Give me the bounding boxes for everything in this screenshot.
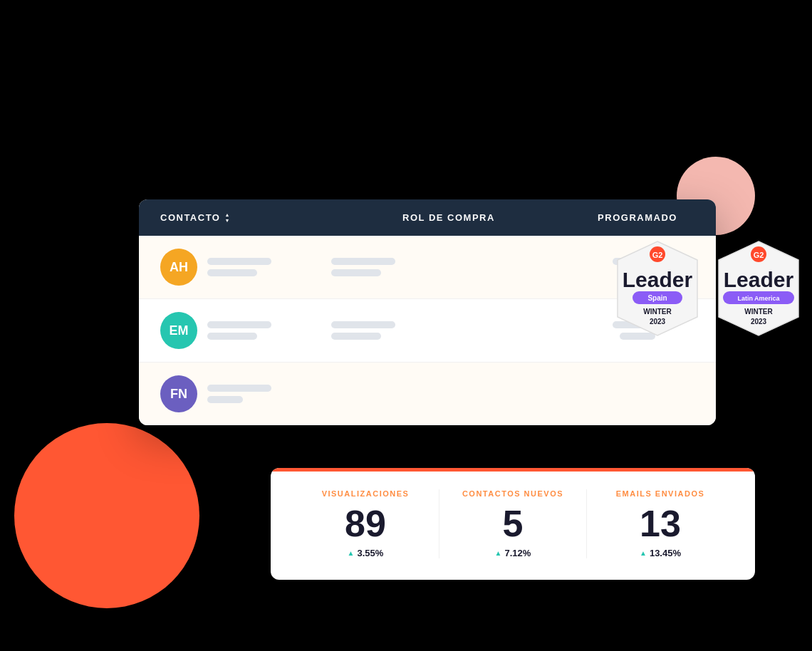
stat-label: EMAILS ENVIADOS	[616, 489, 705, 498]
stat-value: 5	[503, 505, 524, 542]
row-rol	[317, 321, 581, 340]
table-row: FN	[139, 363, 716, 425]
svg-text:Leader: Leader	[623, 268, 693, 291]
trend-percent: 7.12%	[505, 548, 531, 558]
avatar: FN	[160, 375, 197, 412]
skeleton-rol-1	[331, 321, 395, 328]
svg-text:WINTER: WINTER	[643, 308, 672, 316]
avatar-initials: EM	[170, 323, 189, 338]
badge-shape-latam: G2 Leader Latin America WINTER 2023	[716, 239, 801, 338]
stat-emails: EMAILS ENVIADOS 13 ▲ 13.45%	[587, 489, 734, 558]
svg-text:2023: 2023	[751, 318, 767, 326]
svg-text:Spain: Spain	[647, 294, 667, 302]
avatar: EM	[160, 312, 197, 349]
skeleton-rol-2	[331, 269, 381, 276]
trend-up-icon: ▲	[348, 549, 355, 557]
header-rol: ROL DE COMPRA	[317, 212, 581, 223]
stat-value: 13	[640, 505, 681, 542]
badges-container: G2 Leader Spain WINTER 2023 G2 Leader	[611, 239, 805, 338]
stats-content: VISUALIZACIONES 89 ▲ 3.55% CONTACTOS NUE…	[271, 472, 755, 580]
badge-shape-spain: G2 Leader Spain WINTER 2023	[615, 239, 700, 338]
row-rol	[317, 258, 581, 276]
rol-label: ROL DE COMPRA	[402, 212, 495, 223]
svg-text:2023: 2023	[650, 318, 666, 326]
trend-up-icon: ▲	[495, 549, 502, 557]
stat-trend: ▲ 13.45%	[640, 548, 681, 558]
stat-trend: ▲ 7.12%	[495, 548, 531, 558]
avatar-initials: FN	[170, 387, 187, 402]
row-contact: EM	[160, 312, 317, 349]
skeleton-name	[207, 385, 271, 392]
skeleton-rol-2	[331, 333, 381, 340]
scene: CONTACTO ROL DE COMPRA PROGRAMADO AH	[0, 0, 812, 651]
stat-trend: ▲ 3.55%	[348, 548, 384, 558]
skeleton-detail	[207, 333, 257, 340]
contacto-label: CONTACTO	[160, 212, 220, 223]
badge-latam: G2 Leader Latin America WINTER 2023	[712, 239, 805, 338]
trend-percent: 13.45%	[650, 548, 681, 558]
trend-percent: 3.55%	[358, 548, 384, 558]
stat-label: CONTACTOS NUEVOS	[462, 489, 563, 498]
contact-lines	[207, 385, 271, 403]
svg-text:Latin America: Latin America	[737, 295, 780, 302]
skeleton-rol-1	[331, 258, 395, 265]
sort-icon[interactable]	[224, 212, 230, 223]
stats-panel: VISUALIZACIONES 89 ▲ 3.55% CONTACTOS NUE…	[271, 468, 755, 580]
stat-visualizaciones: VISUALIZACIONES 89 ▲ 3.55%	[292, 489, 439, 558]
skeleton-name	[207, 321, 271, 328]
header-programado: PROGRAMADO	[581, 212, 694, 223]
svg-text:WINTER: WINTER	[744, 308, 773, 316]
badge-spain: G2 Leader Spain WINTER 2023	[611, 239, 704, 338]
header-contacto: CONTACTO	[160, 212, 317, 223]
avatar: AH	[160, 249, 197, 286]
stat-value: 89	[345, 505, 386, 542]
svg-text:G2: G2	[652, 251, 663, 259]
contact-lines	[207, 258, 271, 276]
contact-lines	[207, 321, 271, 340]
skeleton-detail	[207, 269, 257, 276]
row-contact: AH	[160, 249, 317, 286]
trend-up-icon: ▲	[640, 549, 647, 557]
skeleton-detail	[207, 396, 243, 403]
stat-label: VISUALIZACIONES	[322, 489, 410, 498]
table-header: CONTACTO ROL DE COMPRA PROGRAMADO	[139, 199, 716, 236]
avatar-initials: AH	[170, 260, 188, 275]
orange-blob-decoration	[14, 423, 199, 608]
skeleton-name	[207, 258, 271, 265]
svg-text:Leader: Leader	[724, 268, 794, 291]
stat-contactos: CONTACTOS NUEVOS 5 ▲ 7.12%	[439, 489, 587, 558]
svg-text:G2: G2	[754, 251, 764, 259]
programado-label: PROGRAMADO	[598, 212, 677, 223]
row-contact: FN	[160, 375, 317, 412]
